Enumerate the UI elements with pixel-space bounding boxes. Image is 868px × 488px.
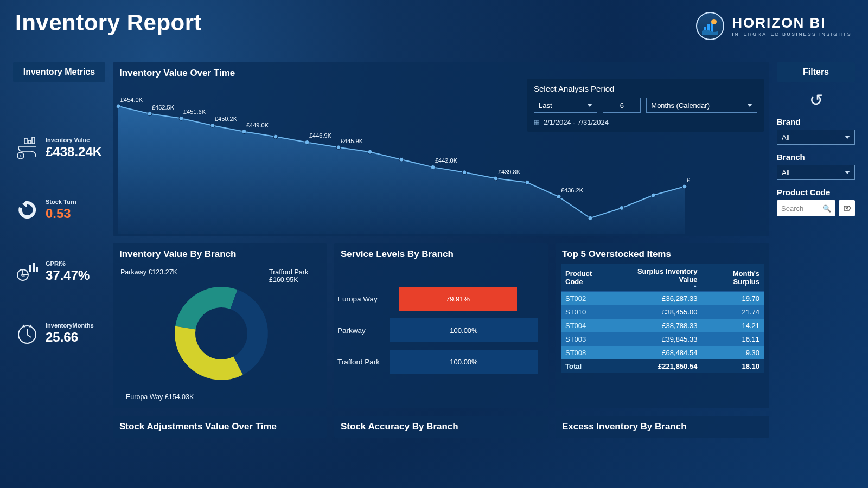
service-bar[interactable]: 79.91% — [399, 287, 518, 311]
brand-badge-icon — [696, 12, 724, 40]
card-title: Excess Inventory By Branch — [556, 416, 769, 436]
svg-text:£442.0K: £442.0K — [435, 157, 458, 164]
analysis-period-panel: Select Analysis Period Last Months (Cale… — [527, 79, 764, 132]
svg-rect-12 — [36, 267, 38, 272]
card-title: Inventory Value Over Time — [113, 62, 769, 80]
filter-brand-select[interactable]: All — [777, 130, 855, 145]
svg-text:£446.9K: £446.9K — [309, 132, 332, 139]
period-unit-select[interactable]: Months (Calendar) — [646, 98, 757, 113]
svg-point-40 — [588, 216, 592, 220]
filter-branch-select[interactable]: All — [777, 165, 855, 180]
table-row[interactable]: ST004£38,788.3314.21 — [561, 319, 764, 332]
th-product-code[interactable]: Product Code — [561, 264, 615, 292]
svg-rect-11 — [33, 263, 35, 272]
card-title: Inventory Value By Branch — [113, 243, 327, 264]
svg-text:£454.0K: £454.0K — [120, 97, 143, 103]
card-title: Top 5 Overstocked Items — [556, 243, 769, 264]
inventory-months-icon — [15, 322, 39, 345]
table-total-row: Total£221,850.5418.10 — [561, 359, 764, 373]
svg-point-25 — [273, 134, 278, 139]
th-months-surplus[interactable]: Month's Surplus — [701, 264, 764, 292]
table-row[interactable]: ST003£39,845.3316.11 — [561, 332, 764, 346]
inventory-value-icon: £ — [15, 136, 39, 160]
svg-point-31 — [399, 157, 404, 162]
svg-point-42 — [651, 193, 655, 197]
stock-turn-icon — [15, 198, 39, 222]
svg-rect-6 — [32, 137, 35, 144]
brand-tagline: INTERGRATED BUSINESS INSIGHTS — [732, 32, 852, 37]
brand-name: HORIZON BI — [732, 16, 852, 30]
gpri-icon: % — [15, 260, 39, 284]
svg-text:£451.6K: £451.6K — [183, 108, 206, 115]
filter-branch-label: Branch — [777, 152, 855, 162]
th-surplus-value[interactable]: Surplus Inventory Value▲ — [615, 264, 701, 292]
reset-filters-icon[interactable]: ↺ — [777, 91, 855, 110]
metric-inventory-value: £ Inventory Value £438.24K — [13, 136, 105, 160]
metric-label: Inventory Value — [46, 137, 102, 143]
service-row: Trafford Park100.00% — [337, 350, 538, 374]
svg-point-43 — [682, 184, 687, 189]
svg-point-26 — [305, 140, 309, 144]
metric-inventory-months: InventoryMonths 25.66 — [13, 322, 105, 345]
svg-text:£452.5K: £452.5K — [152, 104, 175, 111]
svg-text:£445.9K: £445.9K — [341, 138, 363, 144]
svg-point-17 — [148, 112, 152, 116]
metric-stock-turn: Stock Turn 0.53 — [13, 198, 105, 222]
service-row: Europa Way79.91% — [337, 287, 538, 311]
metric-label: GPRI% — [46, 260, 90, 267]
svg-point-15 — [116, 104, 120, 108]
service-levels-card: Service Levels By Branch Europa Way79.91… — [334, 243, 548, 408]
svg-text:£450.2K: £450.2K — [215, 115, 238, 122]
service-bar[interactable]: 100.00% — [390, 318, 538, 342]
service-bar[interactable]: 100.00% — [390, 350, 538, 374]
svg-rect-5 — [28, 140, 31, 144]
svg-point-3 — [711, 19, 717, 24]
table-row[interactable]: ST008£68,484.549.30 — [561, 346, 764, 359]
period-count-input[interactable] — [603, 98, 641, 113]
svg-point-34 — [462, 170, 467, 175]
metric-label: Stock Turn — [46, 198, 76, 205]
svg-point-38 — [557, 195, 561, 199]
svg-point-37 — [525, 181, 529, 185]
svg-point-21 — [210, 123, 215, 127]
svg-point-32 — [431, 165, 435, 169]
service-branch-label: Europa Way — [337, 295, 390, 303]
inventory-value-over-time-card: Inventory Value Over Time £454.0K£452.5K… — [113, 62, 769, 236]
product-code-search-input[interactable]: Search 🔍 — [777, 200, 835, 216]
service-branch-label: Trafford Park — [337, 358, 390, 366]
overstock-table[interactable]: Product Code Surplus Inventory Value▲ Mo… — [561, 264, 764, 373]
metric-value: 37.47% — [46, 268, 90, 283]
svg-text:%: % — [21, 273, 24, 278]
svg-point-19 — [179, 116, 183, 120]
svg-point-23 — [242, 130, 246, 134]
period-title: Select Analysis Period — [534, 84, 757, 93]
table-row[interactable]: ST010£38,455.0021.74 — [561, 305, 764, 319]
search-icon: 🔍 — [822, 204, 831, 213]
donut-label-europa: Europa Way £154.03K — [126, 393, 194, 401]
period-anchor-select[interactable]: Last — [534, 98, 597, 113]
donut-chart[interactable] — [126, 264, 314, 403]
metrics-header: Inventory Metrics — [13, 62, 105, 82]
svg-text:£438.2K: £438.2K — [687, 177, 690, 183]
filter-product-code-label: Product Code — [777, 188, 855, 197]
svg-point-28 — [336, 145, 341, 150]
metric-label: InventoryMonths — [46, 322, 94, 329]
table-row[interactable]: ST002£36,287.3319.70 — [561, 292, 764, 306]
inventory-value-by-branch-card: Inventory Value By Branch Parkway £123.2… — [113, 243, 327, 408]
svg-point-41 — [620, 206, 624, 210]
period-date-range: 2/1/2024 - 7/31/2024 — [534, 118, 757, 126]
metric-value: 0.53 — [46, 206, 76, 221]
svg-point-30 — [368, 150, 372, 154]
clear-search-button[interactable] — [839, 200, 855, 216]
svg-text:£: £ — [20, 153, 22, 158]
svg-rect-10 — [29, 265, 31, 272]
stock-adjustments-card: Stock Adjustments Value Over Time — [113, 416, 327, 438]
card-title: Stock Accuracy By Branch — [334, 416, 548, 436]
svg-text:£449.0K: £449.0K — [246, 122, 269, 129]
card-title: Stock Adjustments Value Over Time — [113, 416, 327, 436]
svg-rect-4 — [24, 138, 27, 144]
stock-accuracy-card: Stock Accuracy By Branch — [334, 416, 548, 438]
svg-text:£436.2K: £436.2K — [561, 187, 584, 194]
page-title: Inventory Report — [15, 10, 202, 36]
metric-value: 25.66 — [46, 330, 94, 345]
